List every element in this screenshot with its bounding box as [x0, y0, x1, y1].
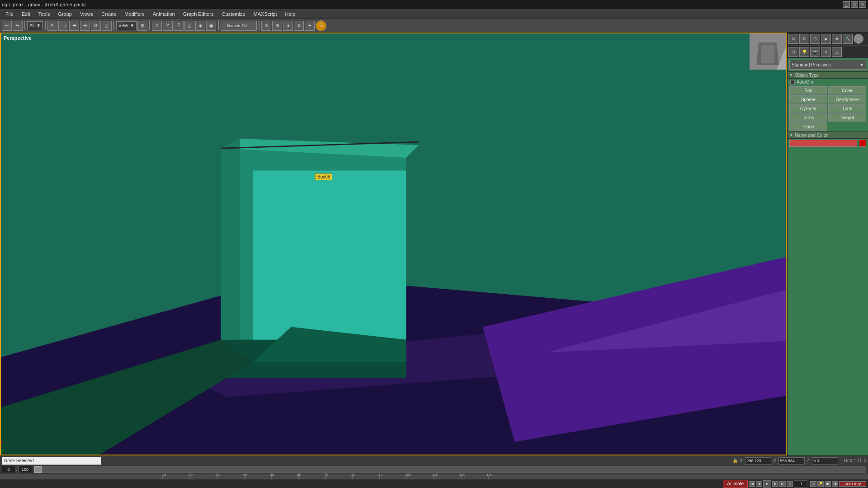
y-coord-input[interactable] — [778, 457, 805, 465]
prev-frame-button[interactable]: ◀ — [756, 481, 762, 487]
key-mode-button[interactable]: K — [787, 481, 793, 487]
mirror-tool[interactable]: ⊞ — [137, 21, 147, 31]
go-end-button[interactable]: ▶| — [779, 481, 786, 487]
go-start-button[interactable]: |◀ — [749, 481, 755, 487]
timeline-bar: / — [0, 465, 868, 473]
menu-create[interactable]: Create — [98, 10, 120, 18]
utilities-icon[interactable]: 🔧 — [843, 34, 853, 44]
menu-tools[interactable]: Tools — [35, 10, 54, 18]
key-filter-button[interactable]: 🔑 — [817, 481, 824, 487]
cylinder-button[interactable]: Cylinder — [789, 104, 827, 113]
light-icon[interactable]: 💡 — [799, 47, 809, 57]
frame-end-input[interactable] — [19, 466, 32, 473]
torus-button[interactable]: Torus — [789, 113, 827, 122]
z-snap[interactable]: Z — [174, 21, 184, 31]
view-dropdown[interactable]: View ▼ — [116, 21, 137, 30]
name-color-header[interactable]: ▼ Name and Color — [788, 131, 868, 139]
timeline-slider[interactable] — [34, 466, 866, 473]
svg-text:130: 130 — [486, 473, 493, 477]
tube-button[interactable]: Tube — [828, 104, 866, 113]
geosphere-button[interactable]: GeoSphere — [828, 95, 866, 103]
viewport-label: Perspective — [4, 35, 32, 41]
snap-toggle[interactable]: ✕ — [152, 21, 162, 31]
menu-maxscript[interactable]: MAXScript — [250, 10, 281, 18]
name-color-row — [788, 139, 868, 148]
scale-tool[interactable]: △ — [102, 21, 112, 31]
percent-snap[interactable]: △ — [184, 21, 194, 31]
close-button[interactable]: ✕ — [859, 1, 866, 8]
next-frame-button[interactable]: ▶ — [772, 481, 778, 487]
z-coord-group: Z — [807, 457, 838, 465]
cone-button[interactable]: Cone — [828, 86, 866, 94]
display-icon[interactable]: 👁 — [832, 34, 842, 44]
active-shade[interactable]: ✦ — [305, 21, 315, 31]
auto-key-button[interactable]: Auto Key — [839, 481, 866, 487]
x-coord-input[interactable] — [745, 457, 771, 465]
modify-icon[interactable]: ⚒ — [799, 34, 809, 44]
plane-button[interactable]: Plane — [789, 122, 827, 131]
menu-file[interactable]: File — [2, 10, 17, 18]
play-button[interactable]: ▶ — [763, 480, 771, 488]
geo-icon[interactable]: △ — [832, 47, 842, 57]
angle-snap[interactable]: Y — [163, 21, 173, 31]
menu-modifiers[interactable]: Modifiers — [121, 10, 148, 18]
next-key-button[interactable]: K▶ — [832, 481, 838, 487]
viewport-3d[interactable]: Perspective — [0, 33, 787, 455]
render-last[interactable]: ⚙ — [294, 21, 304, 31]
window-controls[interactable]: _ □ ✕ — [843, 1, 866, 8]
rotate-tool[interactable]: ⟳ — [91, 21, 101, 31]
camera-icon[interactable]: 📷 — [810, 47, 820, 57]
filter-dropdown[interactable]: All ▼ — [27, 21, 43, 30]
motion-icon[interactable]: ▶ — [821, 34, 831, 44]
redo-button[interactable]: ↪ — [13, 21, 23, 31]
animate-button[interactable]: Animate — [723, 480, 748, 488]
timeline-position — [34, 466, 42, 473]
material-editor[interactable]: ⊙ — [261, 21, 271, 31]
object-name-input[interactable] — [789, 140, 857, 147]
object-type-header[interactable]: ▼ Object Type — [788, 71, 868, 79]
box-button[interactable]: Box — [789, 86, 827, 94]
quick-render[interactable]: ♦ — [283, 21, 293, 31]
menu-group[interactable]: Group — [54, 10, 75, 18]
maximize-button[interactable]: □ — [851, 1, 858, 8]
menu-edit[interactable]: Edit — [18, 10, 34, 18]
select-region[interactable]: ⬚ — [58, 21, 68, 31]
select-by-name[interactable]: ☰ — [69, 21, 79, 31]
minimize-button[interactable]: _ — [843, 1, 850, 8]
prev-key-button[interactable]: ◀K — [825, 481, 831, 487]
teapot-button[interactable]: Teapot — [828, 113, 866, 122]
sphere-button[interactable]: Sphere — [789, 95, 827, 103]
separator — [45, 21, 46, 30]
menu-views[interactable]: Views — [76, 10, 97, 18]
menu-help[interactable]: Help — [282, 10, 299, 18]
snap-settings[interactable]: ◈ — [195, 21, 205, 31]
select-tool[interactable]: ↖ — [47, 21, 57, 31]
scene-canvas[interactable]: + — [1, 33, 786, 455]
menu-animation[interactable]: Animation — [149, 10, 179, 18]
shape-icon[interactable]: ♦ — [821, 47, 831, 57]
color-swatch[interactable] — [859, 140, 866, 147]
lock-icon[interactable]: 🔒 — [732, 458, 738, 463]
gmax-icon[interactable]: G — [316, 20, 326, 31]
time-config-button[interactable]: ⏱ — [810, 481, 816, 487]
frame-input[interactable] — [2, 466, 15, 473]
snap-grid-icon[interactable]: ⊡ — [788, 47, 798, 57]
named-selection[interactable]: Named Sel... — [221, 21, 257, 31]
snap-spinner[interactable]: ◉ — [206, 21, 216, 31]
render-scene[interactable]: ⊞ — [272, 21, 282, 31]
menu-graph-editors[interactable]: Graph Editors — [179, 10, 217, 18]
current-frame-display: 0 — [794, 480, 807, 488]
z-coord-input[interactable] — [812, 457, 838, 465]
menu-customize[interactable]: Customize — [218, 10, 249, 18]
svg-text:10: 10 — [162, 473, 166, 477]
timeline-controls: Animate |◀ ◀ ▶ ▶ ▶| K 0 ⏱ 🔑 ◀K K▶ Auto K… — [0, 479, 868, 488]
move-tool[interactable]: ✛ — [80, 21, 90, 31]
create-icon[interactable]: ⊕ — [788, 34, 798, 44]
undo-button[interactable]: ↩ — [2, 21, 12, 31]
primitives-dropdown[interactable]: Standard Primitives ▼ — [789, 60, 866, 70]
hierarchy-icon[interactable]: ⊞ — [810, 34, 820, 44]
separator — [259, 21, 259, 30]
separator — [24, 21, 25, 30]
circle-icon[interactable]: ○ — [854, 34, 863, 44]
autogrid-checkbox[interactable] — [790, 80, 795, 84]
